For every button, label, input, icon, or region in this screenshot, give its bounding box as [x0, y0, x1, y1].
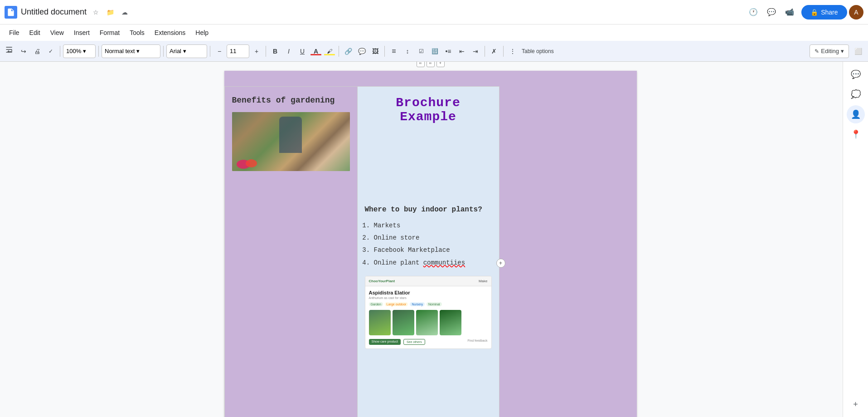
checklist-button[interactable]: ☑	[415, 44, 427, 59]
divider-5	[266, 46, 266, 57]
cloud-icon[interactable]: ☁	[118, 6, 131, 19]
garden-image	[232, 112, 350, 171]
folder-icon[interactable]: 📁	[104, 6, 116, 19]
mockup-plant-subtitle: Anthurium as cast for stars	[369, 296, 488, 299]
sidebar-chat-icon[interactable]: 💭	[847, 85, 865, 103]
font-size-value: 11	[230, 48, 236, 54]
plant-img-3	[416, 310, 438, 335]
editing-mode-selector[interactable]: ✎ Editing ▾	[810, 44, 849, 58]
buy-list-item: Facebook Marketplace	[374, 245, 492, 256]
table-grab-handle[interactable]: ⠿	[427, 62, 435, 67]
document-table: Benefits of gardening	[224, 86, 499, 417]
clear-formatting-button[interactable]: ✗	[488, 44, 500, 59]
more-options-button[interactable]: ⋮	[506, 44, 519, 59]
font-value: Arial	[170, 48, 181, 54]
bullet-list-button[interactable]: •≡	[442, 44, 455, 59]
garden-image-inner	[232, 112, 350, 171]
menu-extensions[interactable]: Extensions	[150, 27, 190, 38]
meet-icon[interactable]: 📹	[781, 4, 798, 20]
font-size-selector[interactable]: 11	[227, 44, 249, 58]
comment-icon[interactable]: 💬	[763, 4, 780, 20]
zoom-selector[interactable]: 100% ▾	[63, 44, 96, 58]
plant-img-4	[440, 310, 461, 335]
star-icon[interactable]: ☆	[89, 6, 102, 19]
highlight-icon: 🖌	[327, 48, 332, 54]
table-move-handle[interactable]: ⠿	[417, 62, 425, 67]
indent-increase-button[interactable]: ⇥	[469, 44, 482, 59]
mockup-tag-4: Nominal	[427, 302, 442, 306]
style-dropdown-icon: ▾	[136, 48, 140, 54]
menu-insert[interactable]: Insert	[69, 27, 94, 38]
font-size-decrease-button[interactable]: −	[213, 44, 226, 59]
table-options-button[interactable]: Table options	[520, 44, 556, 59]
menu-tools[interactable]: Tools	[125, 27, 149, 38]
menu-view[interactable]: View	[46, 27, 68, 38]
print-button[interactable]: 🖨	[31, 44, 44, 59]
menu-format[interactable]: Format	[95, 27, 124, 38]
sidebar-map-icon[interactable]: 📍	[847, 125, 865, 143]
title-bar: Untitled document ☆ 📁 ☁ 🕐 💬 📹 🔒 Share A	[0, 0, 868, 25]
add-column-button[interactable]: +	[496, 259, 505, 268]
line-spacing-button[interactable]: ↕	[401, 44, 414, 59]
image-button[interactable]: 🖼	[369, 44, 382, 59]
menu-file[interactable]: File	[5, 27, 24, 38]
highlight-button[interactable]: 🖌	[323, 46, 336, 56]
plant-website-mockup: ChooYourPlant Make Aspidistra Elatior An…	[365, 276, 492, 349]
text-color-button[interactable]: A	[310, 46, 322, 56]
link-button[interactable]: 🔗	[342, 44, 354, 59]
title-icons: ☆ 📁 ☁	[89, 6, 131, 19]
comment-toolbar-button[interactable]: 💬	[355, 44, 368, 59]
divider-2	[98, 46, 99, 57]
sidebar-add-icon[interactable]: +	[847, 395, 865, 413]
mockup-tag-3: Nursery	[410, 302, 425, 306]
bold-button[interactable]: B	[269, 44, 281, 59]
style-value: Normal text	[105, 48, 135, 54]
buy-list: Markets Online store Facebook Marketplac…	[374, 220, 492, 269]
sidebar-person-icon[interactable]: 👤	[847, 105, 865, 123]
table-add-handle[interactable]: +	[436, 62, 445, 67]
underline-button[interactable]: U	[296, 44, 309, 59]
font-size-increase-button[interactable]: +	[250, 44, 263, 59]
spellcheck-button[interactable]: ✓	[44, 44, 57, 59]
divider-7	[384, 46, 385, 57]
sidebar-expand-icon[interactable]: ⬜	[852, 44, 864, 59]
divider-9	[503, 46, 504, 57]
brochure-title: Brochure Example	[365, 96, 492, 124]
ordered-list-button[interactable]: 🔢	[428, 44, 441, 59]
style-selector[interactable]: Normal text ▾	[102, 44, 160, 58]
main-area: ☰ ⠿ ⠿ + Benefits of gardening	[0, 62, 868, 417]
table-cell-left: Benefits of gardening	[224, 87, 357, 417]
sidebar-comments-icon[interactable]: 💬	[847, 65, 865, 83]
share-button[interactable]: 🔒 Share	[801, 5, 847, 20]
zoom-value: 100%	[66, 48, 81, 54]
redo-button[interactable]: ↪	[17, 44, 30, 59]
divider-8	[485, 46, 485, 57]
align-button[interactable]: ≡	[388, 44, 400, 59]
buy-list-item: Markets	[374, 220, 492, 231]
share-label: Share	[821, 9, 838, 16]
font-dropdown-icon: ▾	[183, 48, 186, 54]
document-page: ⠿ ⠿ + Benefits of gardening	[224, 71, 637, 417]
history-icon[interactable]: 🕐	[745, 4, 761, 20]
doc-title[interactable]: Untitled document	[21, 7, 87, 17]
avatar[interactable]: A	[849, 5, 863, 20]
mockup-tags: Garden Large outdoor Nursery Nominal	[369, 302, 488, 306]
indent-decrease-button[interactable]: ⇤	[456, 44, 468, 59]
editing-mode-label: Editing	[821, 48, 839, 54]
italic-button[interactable]: I	[282, 44, 295, 59]
toolbar: ↩ ↪ 🖨 ✓ 100% ▾ Normal text ▾ Arial ▾ − 1…	[0, 41, 868, 62]
font-selector[interactable]: Arial ▾	[166, 44, 207, 58]
menu-help[interactable]: Help	[191, 27, 213, 38]
mockup-plant-name: Aspidistra Elatior	[369, 290, 488, 295]
menu-bar: File Edit View Insert Format Tools Exten…	[0, 25, 868, 41]
avatar-initial: A	[854, 9, 858, 16]
buy-list-item: Online plant communtiies	[374, 257, 492, 269]
mockup-logo: ChooYourPlant	[369, 279, 395, 283]
table-handle-bar: ⠿ ⠿ +	[224, 62, 637, 71]
divider-1	[60, 46, 60, 57]
menu-edit[interactable]: Edit	[25, 27, 45, 38]
mockup-find-feedback: Find feedback	[468, 339, 488, 345]
misspelled-word: communtiies	[423, 259, 465, 266]
mockup-see-others-btn: See others	[403, 339, 425, 345]
right-sidebar: 💬 💭 👤 📍 +	[843, 62, 868, 417]
